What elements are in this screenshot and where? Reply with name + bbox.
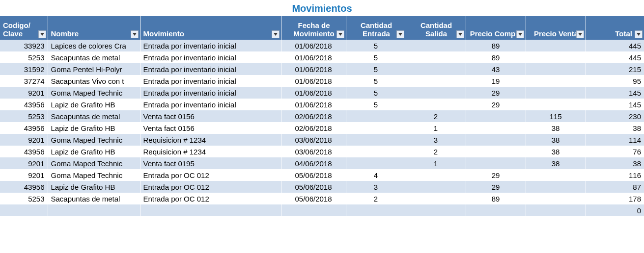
filter-button-precio-venta[interactable] — [576, 30, 584, 38]
cell-precio-compra: 19 — [466, 75, 526, 87]
cell-nombre: Lapiz de Grafito HB — [48, 146, 140, 157]
cell-fecha: 04/06/2018 — [281, 157, 346, 169]
cell-salida: 1 — [406, 122, 466, 134]
cell-precio-compra — [466, 204, 526, 216]
table-row[interactable]: 31592Goma Pentel Hi-PolyrEntrada por inv… — [0, 63, 644, 75]
cell-nombre: Goma Maped Technic — [48, 134, 140, 146]
header-movimiento-label: Movimiento — [143, 29, 279, 39]
cell-nombre: Goma Maped Technic — [48, 169, 140, 181]
cell-salida — [406, 63, 466, 75]
table-row[interactable]: 43956Lapiz de Grafito HBVenta fact 01560… — [0, 122, 644, 134]
cell-salida: 1 — [406, 157, 466, 169]
filter-button-salida[interactable] — [456, 30, 464, 38]
table-row[interactable]: 9201Goma Maped TechnicVenta fact 019504/… — [0, 157, 644, 169]
cell-precio-compra: 43 — [466, 63, 526, 75]
cell-precio-venta: 115 — [526, 110, 586, 122]
svg-marker-2 — [274, 33, 278, 36]
header-codigo: Codigo/ Clave — [0, 16, 48, 40]
table-row[interactable]: 9201Goma Maped TechnicEntrada por invent… — [0, 87, 644, 99]
table-row[interactable]: 9201Goma Maped TechnicEntrada por OC 012… — [0, 169, 644, 181]
cell-precio-venta — [526, 51, 586, 63]
filter-button-movimiento[interactable] — [272, 30, 280, 38]
header-nombre: Nombre — [48, 16, 140, 40]
cell-precio-venta — [526, 75, 586, 87]
svg-marker-8 — [637, 33, 641, 36]
header-entrada-label: Cantidad Entrada — [349, 21, 404, 39]
cell-entrada: 3 — [346, 181, 406, 193]
cell-fecha: 01/06/2018 — [281, 87, 346, 99]
filter-button-codigo[interactable] — [38, 30, 46, 38]
filter-button-entrada[interactable] — [396, 30, 404, 38]
cell-precio-compra — [466, 110, 526, 122]
cell-movimiento: Entrada por inventario inicial — [140, 99, 281, 110]
cell-nombre: Goma Maped Technic — [48, 157, 140, 169]
cell-entrada: 5 — [346, 87, 406, 99]
table-row[interactable]: 5253Sacapuntas de metalVenta fact 015602… — [0, 110, 644, 122]
cell-movimiento: Entrada por OC 012 — [140, 169, 281, 181]
cell-fecha: 05/06/2018 — [281, 193, 346, 204]
cell-fecha: 02/06/2018 — [281, 122, 346, 134]
table-row[interactable]: 9201Goma Maped TechnicRequisicion # 1234… — [0, 134, 644, 146]
cell-movimiento: Venta fact 0195 — [140, 157, 281, 169]
cell-precio-venta — [526, 181, 586, 193]
cell-salida: 2 — [406, 146, 466, 157]
cell-total: 38 — [586, 157, 644, 169]
header-nombre-label: Nombre — [51, 29, 138, 39]
cell-precio-compra — [466, 146, 526, 157]
table-row[interactable]: 5253Sacapuntas de metalEntrada por OC 01… — [0, 193, 644, 204]
svg-marker-3 — [338, 33, 342, 36]
cell-fecha: 05/06/2018 — [281, 181, 346, 193]
cell-movimiento: Venta fact 0156 — [140, 122, 281, 134]
cell-precio-venta: 38 — [526, 146, 586, 157]
cell-movimiento — [140, 204, 281, 216]
filter-button-precio-compra[interactable] — [516, 30, 524, 38]
cell-nombre: Goma Maped Technic — [48, 87, 140, 99]
cell-nombre: Lapiz de Grafito HB — [48, 99, 140, 110]
table-row[interactable]: 43956Lapiz de Grafito HBEntrada por inve… — [0, 99, 644, 110]
cell-codigo: 5253 — [0, 51, 48, 63]
header-fecha-label: Fecha de Movimiento — [284, 21, 344, 39]
cell-movimiento: Entrada por inventario inicial — [140, 63, 281, 75]
cell-salida — [406, 87, 466, 99]
header-precio-compra-label: Precio Compra — [469, 29, 524, 39]
table-row[interactable]: 33923Lapices de colores CraEntrada por i… — [0, 40, 644, 51]
cell-fecha: 01/06/2018 — [281, 40, 346, 51]
cell-entrada: 5 — [346, 40, 406, 51]
cell-codigo: 37274 — [0, 75, 48, 87]
cell-codigo: 43956 — [0, 181, 48, 193]
table-row[interactable]: 0 — [0, 204, 644, 216]
cell-codigo: 9201 — [0, 134, 48, 146]
filter-button-total[interactable] — [635, 30, 643, 38]
header-salida-label: Cantidad Salida — [409, 21, 464, 39]
cell-entrada: 5 — [346, 75, 406, 87]
svg-marker-7 — [578, 33, 582, 36]
cell-precio-compra — [466, 122, 526, 134]
filter-button-fecha[interactable] — [336, 30, 344, 38]
cell-movimiento: Entrada por inventario inicial — [140, 75, 281, 87]
cell-entrada: 5 — [346, 51, 406, 63]
table-row[interactable]: 43956Lapiz de Grafito HBEntrada por OC 0… — [0, 181, 644, 193]
cell-fecha — [281, 204, 346, 216]
cell-movimiento: Entrada por inventario inicial — [140, 87, 281, 99]
cell-entrada — [346, 134, 406, 146]
cell-movimiento: Entrada por inventario inicial — [140, 40, 281, 51]
cell-precio-compra: 29 — [466, 99, 526, 110]
cell-nombre: Lapiz de Grafito HB — [48, 181, 140, 193]
cell-nombre — [48, 204, 140, 216]
svg-marker-0 — [40, 33, 44, 36]
filter-button-nombre[interactable] — [131, 30, 139, 38]
svg-marker-5 — [458, 33, 462, 36]
cell-precio-compra: 29 — [466, 169, 526, 181]
page-title: Movimientos — [0, 0, 644, 16]
cell-codigo: 43956 — [0, 122, 48, 134]
cell-nombre: Sacapuntas Vivo con t — [48, 75, 140, 87]
cell-salida — [406, 40, 466, 51]
cell-entrada — [346, 157, 406, 169]
table-row[interactable]: 43956Lapiz de Grafito HBRequisicion # 12… — [0, 146, 644, 157]
cell-total: 145 — [586, 87, 644, 99]
cell-salida — [406, 181, 466, 193]
table-row[interactable]: 5253Sacapuntas de metalEntrada por inven… — [0, 51, 644, 63]
table-row[interactable]: 37274Sacapuntas Vivo con tEntrada por in… — [0, 75, 644, 87]
movements-table: Codigo/ Clave Nombre Movimiento Fecha de… — [0, 16, 644, 216]
header-precio-compra: Precio Compra — [466, 16, 526, 40]
